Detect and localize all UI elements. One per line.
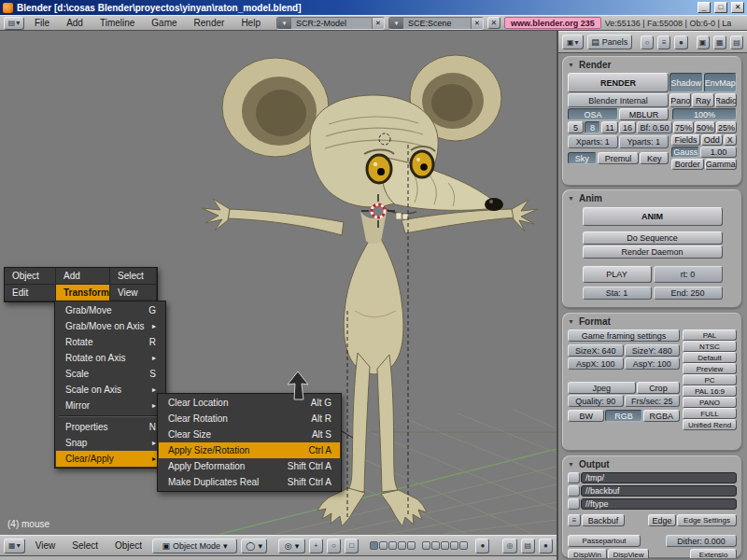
size-100-button[interactable]: 100% xyxy=(672,108,737,120)
yparts-field[interactable]: Yparts: 1 xyxy=(619,135,669,148)
preset-unified-button[interactable]: Unified Rend xyxy=(683,419,737,430)
output-panel-header[interactable]: ▼ Output xyxy=(568,457,737,471)
menu-item-make-duplicates-real[interactable]: Make Duplicates Real Shift Ctrl A xyxy=(159,474,340,490)
gauss-toggle[interactable]: Gauss xyxy=(671,147,699,158)
layer-button[interactable] xyxy=(422,541,430,550)
draw-type-select[interactable]: ◯ ▾ xyxy=(241,539,267,553)
pano-toggle[interactable]: Pano xyxy=(669,93,691,107)
layer-button[interactable] xyxy=(431,541,440,550)
start-frame-field[interactable]: Sta: 1 xyxy=(583,287,652,300)
mode-select[interactable]: ▣ Object Mode ▾ xyxy=(152,539,237,553)
panels-menu-button[interactable]: ▤ Panels xyxy=(587,35,633,49)
render-panel-header[interactable]: ▼ Render xyxy=(568,58,737,72)
dismiss-button[interactable]: ✕ xyxy=(487,17,500,29)
file-browse-icon[interactable] xyxy=(568,498,580,510)
preset-pal-button[interactable]: PAL xyxy=(683,329,737,341)
framing-settings-select[interactable]: Game framing settings xyxy=(568,329,680,342)
border-toggle[interactable]: Border xyxy=(671,159,704,170)
manipulator-scale-button[interactable]: □ xyxy=(345,539,359,553)
close-button[interactable]: ✕ xyxy=(731,2,744,13)
bw-toggle[interactable]: BW xyxy=(568,410,604,422)
layer-button[interactable] xyxy=(388,541,397,550)
fields-x-toggle[interactable]: X xyxy=(724,134,737,146)
delete-screen-button[interactable]: ✕ xyxy=(372,18,384,29)
menu-object[interactable]: Object xyxy=(108,540,148,551)
snap-icon[interactable]: ◎ xyxy=(502,539,516,553)
render-button[interactable]: RENDER xyxy=(568,73,669,92)
passepartout-toggle[interactable]: Passepartout xyxy=(568,535,641,547)
pivot-select[interactable]: ◎ ▾ xyxy=(278,539,304,553)
browse-screens-icon[interactable]: ▾ xyxy=(277,18,291,29)
preset-pal169-button[interactable]: PAL 16:9 xyxy=(683,385,737,397)
layer-button[interactable] xyxy=(450,541,458,550)
odd-toggle[interactable]: Odd xyxy=(701,134,723,146)
menu-timeline[interactable]: Timeline xyxy=(93,18,141,28)
sky-toggle[interactable]: Sky xyxy=(568,152,597,164)
anim-button[interactable]: ANIM xyxy=(583,207,723,226)
osa-8-button[interactable]: 8 xyxy=(585,121,600,133)
toolbox-select[interactable]: Select xyxy=(110,268,157,285)
menu-item-grab-move-on-axis[interactable]: Grab/Move on Axis ▸ xyxy=(56,318,164,334)
dispview-toggle[interactable]: DispView xyxy=(608,549,649,558)
xparts-field[interactable]: Xparts: 1 xyxy=(568,135,618,148)
preset-pano-button[interactable]: PANO xyxy=(683,397,737,408)
key-toggle[interactable]: Key xyxy=(640,152,669,164)
shading-icon[interactable]: ● xyxy=(674,35,687,49)
ftype-path-field[interactable]: //ftype xyxy=(581,498,737,510)
dispwin-toggle[interactable]: DispWin xyxy=(568,549,607,558)
extensions-button[interactable]: Extensio xyxy=(690,549,737,558)
toolbox-object[interactable]: Object xyxy=(5,268,56,285)
preset-ntsc-button[interactable]: NTSC xyxy=(683,341,737,352)
menu-select[interactable]: Select xyxy=(65,540,105,551)
osa-16-button[interactable]: 16 xyxy=(619,121,636,133)
edge-toggle[interactable]: Edge xyxy=(648,514,676,526)
menu-add[interactable]: Add xyxy=(60,18,90,28)
panel-tab-icon[interactable]: ≡ xyxy=(568,514,581,526)
menu-view[interactable]: View xyxy=(29,540,63,551)
window-type-button[interactable]: ▦ ▾ xyxy=(4,539,25,553)
minimize-button[interactable]: _ xyxy=(698,2,711,13)
menu-file[interactable]: File xyxy=(28,18,56,28)
menu-item-rotate-on-axis[interactable]: Rotate on Axis ▸ xyxy=(56,350,164,366)
rgba-toggle[interactable]: RGBA xyxy=(643,410,680,422)
sizex-field[interactable]: SizeX: 640 xyxy=(568,344,624,357)
menu-item-clear-rotation[interactable]: Clear Rotation Alt R xyxy=(159,411,340,427)
size-75-button[interactable]: 75% xyxy=(673,121,694,133)
viewport-3d[interactable]: (4) mouse Object Add Select Edit Transfo… xyxy=(0,31,557,535)
layer-button[interactable] xyxy=(379,541,388,550)
backbuf-toggle[interactable]: Backbuf xyxy=(582,514,625,526)
manipulator-rotate-button[interactable]: ○ xyxy=(327,539,341,553)
toolbox-edit[interactable]: Edit xyxy=(5,285,56,301)
end-frame-field[interactable]: End: 250 xyxy=(654,287,723,300)
layer-button[interactable] xyxy=(459,541,468,550)
menu-item-clear-location[interactable]: Clear Location Alt G xyxy=(159,395,340,411)
radio-toggle[interactable]: Radio xyxy=(715,93,737,107)
object-icon[interactable]: ▣ xyxy=(697,35,710,49)
menu-item-clear-size[interactable]: Clear Size Alt S xyxy=(159,427,340,442)
window-type-button[interactable]: ▤ ▾ xyxy=(4,17,24,30)
rgb-toggle[interactable]: RGB xyxy=(605,410,641,422)
menu-item-clear-apply[interactable]: Clear/Apply ▸ xyxy=(56,451,164,467)
render-engine-select[interactable]: Blender Internal xyxy=(568,93,669,107)
menu-item-grab-move[interactable]: Grab/Move G xyxy=(56,302,164,318)
file-browse-icon[interactable] xyxy=(568,472,580,483)
toolbox-view[interactable]: View xyxy=(110,285,157,301)
dither-field[interactable]: Dither: 0.000 xyxy=(666,535,737,547)
script-icon[interactable]: ≡ xyxy=(657,35,670,49)
crop-toggle[interactable]: Crop xyxy=(637,382,680,394)
lock-layers-button[interactable]: ● xyxy=(475,539,489,553)
screen-selector[interactable]: ▾ SCR:2-Model ✕ xyxy=(276,17,385,30)
collapse-icon[interactable]: ▼ xyxy=(568,461,574,468)
format-panel-header[interactable]: ▼ Format xyxy=(568,315,737,329)
preset-preview-button[interactable]: Preview xyxy=(683,363,737,374)
file-format-select[interactable]: Jpeg xyxy=(568,382,636,394)
premul-toggle[interactable]: Premul xyxy=(598,152,640,164)
do-sequence-toggle[interactable]: Do Sequence xyxy=(583,231,723,245)
blur-factor-field[interactable]: Bf: 0.50 xyxy=(637,121,672,133)
aspx-field[interactable]: AspX: 100 xyxy=(568,357,624,370)
size-50-button[interactable]: 50% xyxy=(695,121,715,133)
scene-icon[interactable]: ▤ xyxy=(730,35,743,49)
menu-item-scale[interactable]: Scale S xyxy=(56,366,164,382)
osa-11-button[interactable]: 11 xyxy=(601,121,618,133)
window-type-button[interactable]: ▣ ▾ xyxy=(562,35,584,49)
